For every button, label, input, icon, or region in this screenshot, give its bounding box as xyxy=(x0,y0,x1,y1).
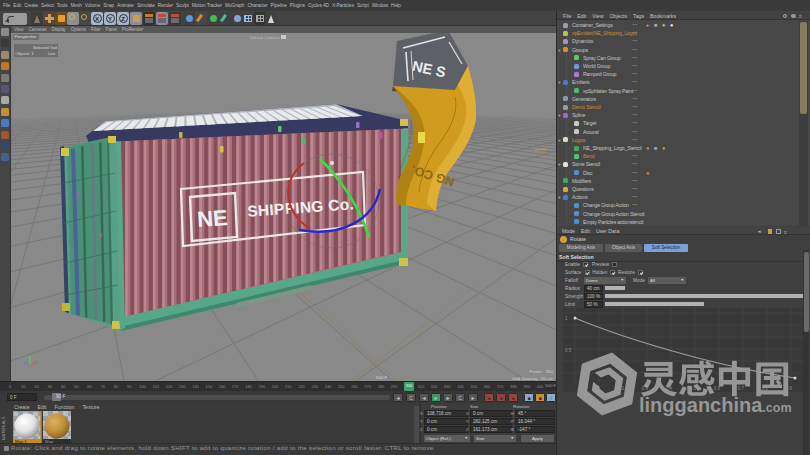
svg-text:lingganchina.com: lingganchina.com xyxy=(639,394,792,416)
